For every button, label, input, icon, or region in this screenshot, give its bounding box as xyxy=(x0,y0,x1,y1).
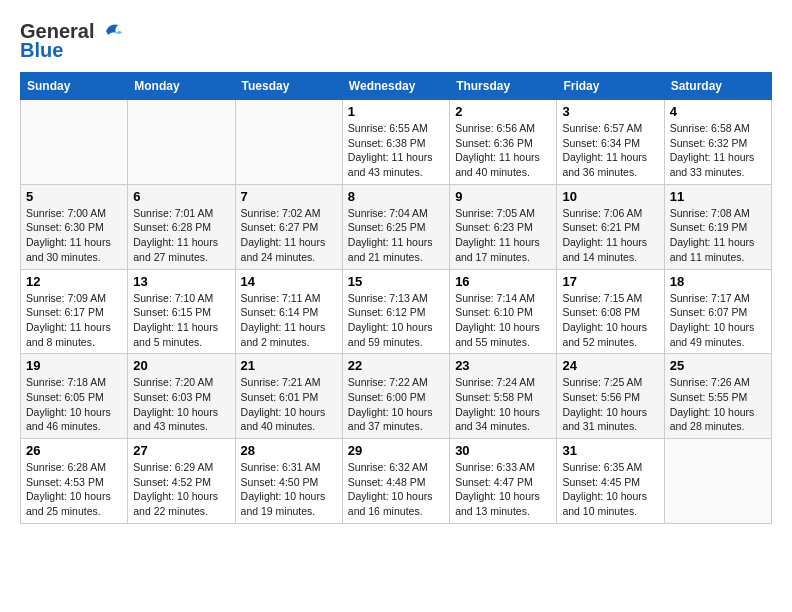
day-number: 9 xyxy=(455,189,551,204)
calendar-cell: 11Sunrise: 7:08 AMSunset: 6:19 PMDayligh… xyxy=(664,184,771,269)
day-number: 21 xyxy=(241,358,337,373)
calendar-cell: 5Sunrise: 7:00 AMSunset: 6:30 PMDaylight… xyxy=(21,184,128,269)
page-header: General Blue xyxy=(20,20,772,62)
calendar-cell: 25Sunrise: 7:26 AMSunset: 5:55 PMDayligh… xyxy=(664,354,771,439)
calendar-cell: 23Sunrise: 7:24 AMSunset: 5:58 PMDayligh… xyxy=(450,354,557,439)
day-header-saturday: Saturday xyxy=(664,73,771,100)
day-header-sunday: Sunday xyxy=(21,73,128,100)
day-info: Sunrise: 7:25 AMSunset: 5:56 PMDaylight:… xyxy=(562,375,658,434)
day-number: 11 xyxy=(670,189,766,204)
calendar-header-row: SundayMondayTuesdayWednesdayThursdayFrid… xyxy=(21,73,772,100)
day-info: Sunrise: 6:58 AMSunset: 6:32 PMDaylight:… xyxy=(670,121,766,180)
day-number: 16 xyxy=(455,274,551,289)
day-number: 31 xyxy=(562,443,658,458)
calendar-cell: 22Sunrise: 7:22 AMSunset: 6:00 PMDayligh… xyxy=(342,354,449,439)
day-info: Sunrise: 7:17 AMSunset: 6:07 PMDaylight:… xyxy=(670,291,766,350)
logo-blue-text: Blue xyxy=(20,39,63,62)
calendar-cell: 14Sunrise: 7:11 AMSunset: 6:14 PMDayligh… xyxy=(235,269,342,354)
day-number: 10 xyxy=(562,189,658,204)
day-header-wednesday: Wednesday xyxy=(342,73,449,100)
day-info: Sunrise: 7:02 AMSunset: 6:27 PMDaylight:… xyxy=(241,206,337,265)
calendar-cell xyxy=(235,100,342,185)
day-number: 12 xyxy=(26,274,122,289)
day-info: Sunrise: 7:18 AMSunset: 6:05 PMDaylight:… xyxy=(26,375,122,434)
calendar-cell xyxy=(128,100,235,185)
calendar-cell: 16Sunrise: 7:14 AMSunset: 6:10 PMDayligh… xyxy=(450,269,557,354)
day-number: 27 xyxy=(133,443,229,458)
day-number: 4 xyxy=(670,104,766,119)
calendar-cell xyxy=(664,439,771,524)
calendar-cell: 18Sunrise: 7:17 AMSunset: 6:07 PMDayligh… xyxy=(664,269,771,354)
day-info: Sunrise: 6:33 AMSunset: 4:47 PMDaylight:… xyxy=(455,460,551,519)
calendar-cell: 17Sunrise: 7:15 AMSunset: 6:08 PMDayligh… xyxy=(557,269,664,354)
calendar-week-row: 26Sunrise: 6:28 AMSunset: 4:53 PMDayligh… xyxy=(21,439,772,524)
day-number: 17 xyxy=(562,274,658,289)
day-number: 28 xyxy=(241,443,337,458)
logo: General Blue xyxy=(20,20,124,62)
calendar-week-row: 19Sunrise: 7:18 AMSunset: 6:05 PMDayligh… xyxy=(21,354,772,439)
day-info: Sunrise: 7:05 AMSunset: 6:23 PMDaylight:… xyxy=(455,206,551,265)
calendar-cell: 20Sunrise: 7:20 AMSunset: 6:03 PMDayligh… xyxy=(128,354,235,439)
calendar-cell: 12Sunrise: 7:09 AMSunset: 6:17 PMDayligh… xyxy=(21,269,128,354)
day-header-monday: Monday xyxy=(128,73,235,100)
calendar-cell: 24Sunrise: 7:25 AMSunset: 5:56 PMDayligh… xyxy=(557,354,664,439)
day-info: Sunrise: 7:20 AMSunset: 6:03 PMDaylight:… xyxy=(133,375,229,434)
day-info: Sunrise: 7:06 AMSunset: 6:21 PMDaylight:… xyxy=(562,206,658,265)
calendar-cell: 28Sunrise: 6:31 AMSunset: 4:50 PMDayligh… xyxy=(235,439,342,524)
day-info: Sunrise: 7:09 AMSunset: 6:17 PMDaylight:… xyxy=(26,291,122,350)
day-info: Sunrise: 6:29 AMSunset: 4:52 PMDaylight:… xyxy=(133,460,229,519)
calendar-cell: 19Sunrise: 7:18 AMSunset: 6:05 PMDayligh… xyxy=(21,354,128,439)
day-info: Sunrise: 7:15 AMSunset: 6:08 PMDaylight:… xyxy=(562,291,658,350)
calendar-cell: 2Sunrise: 6:56 AMSunset: 6:36 PMDaylight… xyxy=(450,100,557,185)
calendar-cell: 26Sunrise: 6:28 AMSunset: 4:53 PMDayligh… xyxy=(21,439,128,524)
calendar-cell xyxy=(21,100,128,185)
day-info: Sunrise: 6:31 AMSunset: 4:50 PMDaylight:… xyxy=(241,460,337,519)
day-number: 15 xyxy=(348,274,444,289)
day-info: Sunrise: 7:21 AMSunset: 6:01 PMDaylight:… xyxy=(241,375,337,434)
calendar-cell: 8Sunrise: 7:04 AMSunset: 6:25 PMDaylight… xyxy=(342,184,449,269)
logo-bird-icon xyxy=(98,21,124,43)
calendar-cell: 3Sunrise: 6:57 AMSunset: 6:34 PMDaylight… xyxy=(557,100,664,185)
day-number: 5 xyxy=(26,189,122,204)
day-number: 23 xyxy=(455,358,551,373)
day-info: Sunrise: 6:55 AMSunset: 6:38 PMDaylight:… xyxy=(348,121,444,180)
day-number: 6 xyxy=(133,189,229,204)
day-number: 13 xyxy=(133,274,229,289)
day-info: Sunrise: 7:04 AMSunset: 6:25 PMDaylight:… xyxy=(348,206,444,265)
calendar-cell: 30Sunrise: 6:33 AMSunset: 4:47 PMDayligh… xyxy=(450,439,557,524)
calendar-week-row: 1Sunrise: 6:55 AMSunset: 6:38 PMDaylight… xyxy=(21,100,772,185)
day-number: 19 xyxy=(26,358,122,373)
day-info: Sunrise: 7:24 AMSunset: 5:58 PMDaylight:… xyxy=(455,375,551,434)
calendar-cell: 29Sunrise: 6:32 AMSunset: 4:48 PMDayligh… xyxy=(342,439,449,524)
day-number: 3 xyxy=(562,104,658,119)
day-info: Sunrise: 6:35 AMSunset: 4:45 PMDaylight:… xyxy=(562,460,658,519)
day-number: 18 xyxy=(670,274,766,289)
day-number: 29 xyxy=(348,443,444,458)
calendar-cell: 10Sunrise: 7:06 AMSunset: 6:21 PMDayligh… xyxy=(557,184,664,269)
calendar-cell: 1Sunrise: 6:55 AMSunset: 6:38 PMDaylight… xyxy=(342,100,449,185)
day-info: Sunrise: 7:10 AMSunset: 6:15 PMDaylight:… xyxy=(133,291,229,350)
day-header-thursday: Thursday xyxy=(450,73,557,100)
calendar-cell: 31Sunrise: 6:35 AMSunset: 4:45 PMDayligh… xyxy=(557,439,664,524)
day-number: 8 xyxy=(348,189,444,204)
calendar-cell: 21Sunrise: 7:21 AMSunset: 6:01 PMDayligh… xyxy=(235,354,342,439)
day-number: 20 xyxy=(133,358,229,373)
calendar-week-row: 12Sunrise: 7:09 AMSunset: 6:17 PMDayligh… xyxy=(21,269,772,354)
calendar-cell: 6Sunrise: 7:01 AMSunset: 6:28 PMDaylight… xyxy=(128,184,235,269)
day-info: Sunrise: 7:08 AMSunset: 6:19 PMDaylight:… xyxy=(670,206,766,265)
day-number: 2 xyxy=(455,104,551,119)
day-info: Sunrise: 7:01 AMSunset: 6:28 PMDaylight:… xyxy=(133,206,229,265)
day-header-tuesday: Tuesday xyxy=(235,73,342,100)
day-info: Sunrise: 7:22 AMSunset: 6:00 PMDaylight:… xyxy=(348,375,444,434)
calendar-cell: 27Sunrise: 6:29 AMSunset: 4:52 PMDayligh… xyxy=(128,439,235,524)
day-info: Sunrise: 7:26 AMSunset: 5:55 PMDaylight:… xyxy=(670,375,766,434)
calendar-week-row: 5Sunrise: 7:00 AMSunset: 6:30 PMDaylight… xyxy=(21,184,772,269)
day-info: Sunrise: 7:11 AMSunset: 6:14 PMDaylight:… xyxy=(241,291,337,350)
day-header-friday: Friday xyxy=(557,73,664,100)
calendar-cell: 7Sunrise: 7:02 AMSunset: 6:27 PMDaylight… xyxy=(235,184,342,269)
day-number: 24 xyxy=(562,358,658,373)
calendar-cell: 4Sunrise: 6:58 AMSunset: 6:32 PMDaylight… xyxy=(664,100,771,185)
day-info: Sunrise: 6:57 AMSunset: 6:34 PMDaylight:… xyxy=(562,121,658,180)
day-number: 26 xyxy=(26,443,122,458)
day-number: 30 xyxy=(455,443,551,458)
